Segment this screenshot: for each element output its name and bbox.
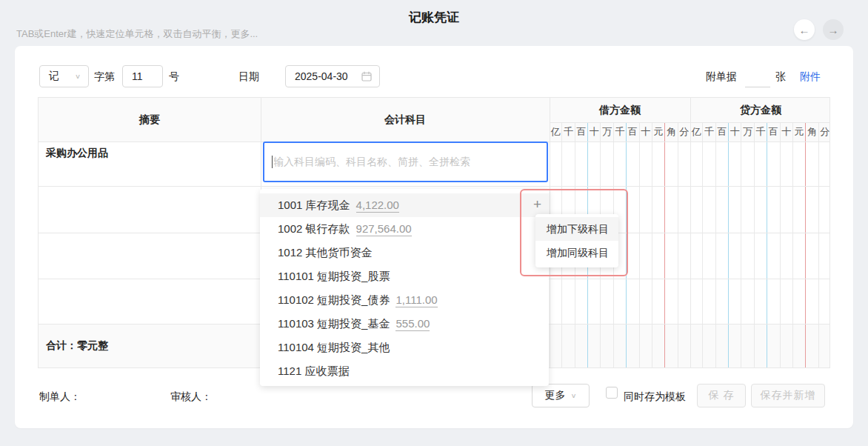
creator-label: 制单人： [39,390,81,404]
account-option-name: 1121 应收票据 [278,365,349,377]
digit-column-十: 十 [729,122,741,367]
digit-column-亿: 亿 [690,122,703,367]
account-option-name: 110102 短期投资_债券 [278,293,390,306]
account-option-name: 110101 短期投资_股票 [278,270,390,282]
arrow-left-icon: ← [799,24,810,36]
digit-label: 十 [781,122,792,142]
account-option[interactable]: 110102 短期投资_债券1,111.00 [260,288,549,312]
prev-voucher-button[interactable]: ← [794,19,815,40]
digit-label: 元 [652,122,664,142]
account-dropdown-list: 1001 库存现金4,122.00+1002 银行存款927,564.00101… [260,189,549,386]
credit-column-header: 贷方金额 [690,98,831,122]
account-option-name: 1012 其他货币资金 [278,246,373,259]
account-option[interactable]: 110104 短期投资_其他 [260,336,549,359]
chevron-down-icon: ∨ [570,392,576,399]
save-button[interactable]: 保 存 [697,384,746,407]
account-option-balance: 927,564.00 [356,222,412,236]
attachment-link[interactable]: 附件 [800,65,821,87]
context-menu-item[interactable]: 增加下级科目 [535,217,618,241]
account-option[interactable]: 1012 其他货币资金 [260,241,549,264]
digit-label: 角 [665,122,677,142]
digit-label: 分 [819,122,831,142]
voucher-number-value: 11 [132,70,143,82]
digit-column-元: 元 [793,122,806,367]
digit-label: 分 [678,122,690,142]
digit-label: 十 [588,122,600,142]
digit-label: 元 [793,122,805,142]
zhang-label: 张 [775,65,786,87]
date-value: 2025-04-30 [295,70,348,82]
digit-label: 亿 [550,122,561,142]
voucher-card: 记 ∨ 字第 11 号 日期 2025-04-30 附单据 张 附件 摘要 会计… [15,46,853,428]
digit-label: 千 [562,122,574,142]
account-option-name: 1002 银行存款 [278,222,350,235]
digit-column-分: 分 [678,122,690,367]
arrow-right-icon: → [828,24,839,36]
more-button-label: 更多 [544,389,565,402]
account-option-balance: 1,111.00 [395,293,437,307]
calendar-icon [361,71,372,81]
save-as-template-checkbox[interactable] [606,387,618,399]
account-option-balance: 555.00 [395,317,430,331]
account-search-input[interactable]: 输入科目编码、科目名称、简拼、全拼检索 [263,142,548,182]
account-option-name: 110103 短期投资_基金 [278,317,390,330]
digit-label: 亿 [690,122,702,142]
digit-label: 百 [767,122,779,142]
voucher-type-value: 记 [49,70,59,83]
digit-column-百: 百 [767,122,780,367]
context-menu-item[interactable]: 增加同级科目 [535,241,618,264]
voucher-type-select[interactable]: 记 ∨ [39,65,89,87]
hao-label: 号 [169,65,179,87]
reviewer-label: 审核人： [170,390,212,404]
summary-cell-row1[interactable]: 采购办公用品 [46,147,108,160]
digit-column-分: 分 [819,122,831,367]
digit-label: 十 [640,122,652,142]
digit-column-百: 百 [716,122,729,367]
digit-column-百: 百 [627,122,639,367]
next-voucher-button[interactable]: → [823,19,844,40]
account-option[interactable]: 1001 库存现金4,122.00+ [260,193,549,217]
account-option[interactable]: 1121 应收票据 [260,359,549,383]
more-button[interactable]: 更多 ∨ [532,384,590,407]
digit-label: 角 [806,122,818,142]
digit-label: 十 [729,122,741,142]
attach-docs-count-input[interactable] [745,65,770,87]
digit-label: 万 [601,122,612,142]
digit-column-角: 角 [806,122,818,367]
account-column-header: 会计科目 [261,98,550,142]
account-option-name: 110104 短期投资_其他 [278,341,390,353]
credit-digit-grid: 亿千百十万千百十元角分 [690,122,831,367]
account-option-name: 1001 库存现金 [278,199,350,211]
attach-docs-label: 附单据 [706,65,737,87]
digit-label: 百 [716,122,728,142]
date-label: 日期 [238,65,259,87]
account-option[interactable]: 1002 银行存款927,564.00 [260,217,549,241]
save-as-template-label: 同时存为模板 [624,390,686,404]
digit-column-万: 万 [741,122,754,367]
save-and-new-button[interactable]: 保存并新增 [751,384,825,407]
digit-label: 千 [614,122,626,142]
account-option-balance: 4,122.00 [356,199,399,213]
digit-label: 千 [755,122,767,142]
summary-column-header: 摘要 [39,98,261,142]
account-option[interactable]: 110103 短期投资_基金555.00 [260,312,549,336]
digit-column-角: 角 [665,122,678,367]
text-caret [272,156,273,168]
chevron-down-icon: ∨ [75,73,81,80]
debit-column-header: 借方金额 [550,98,690,122]
total-label: 合计：零元整 [46,324,108,367]
digit-column-十: 十 [640,122,652,367]
zi-di-label: 字第 [94,65,115,87]
date-picker-input[interactable]: 2025-04-30 [285,65,380,87]
digit-column-千: 千 [703,122,715,367]
digit-label: 千 [703,122,715,142]
digit-label: 百 [575,122,587,142]
page-title: 记账凭证 [0,9,868,26]
account-option[interactable]: 110101 短期投资_股票 [260,264,549,288]
account-input-placeholder: 输入科目编码、科目名称、简拼、全拼检索 [273,156,470,169]
voucher-number-input[interactable]: 11 [122,65,163,87]
digit-column-十: 十 [781,122,793,367]
add-account-context-menu: 增加下级科目增加同级科目 [535,214,618,267]
shortcut-hint: TAB或Enter建，快速定位单元格，双击自动平衡，更多... [16,27,258,41]
digit-column-元: 元 [652,122,665,367]
